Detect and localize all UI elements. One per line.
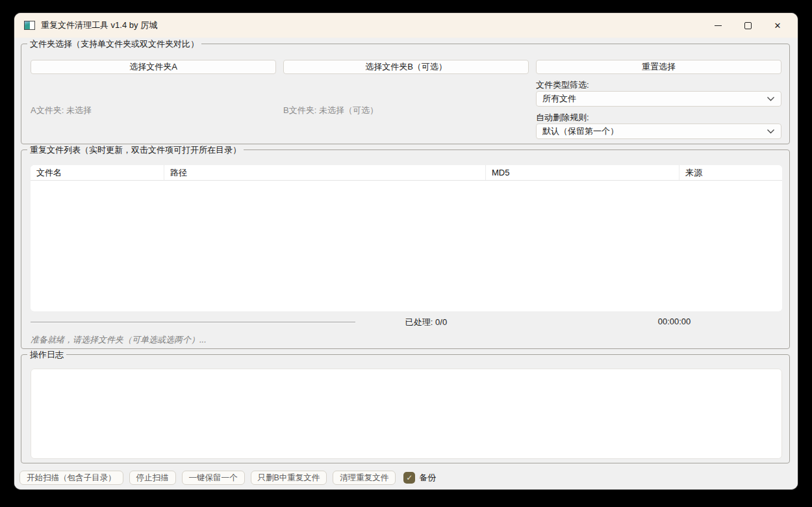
duplicate-list-label: 重复文件列表（实时更新，双击文件项可打开所在目录） <box>27 144 244 156</box>
select-folder-b-button[interactable]: 选择文件夹B（可选） <box>283 60 529 74</box>
file-type-filter-select[interactable]: 所有文件 <box>536 91 781 107</box>
column-header-md5[interactable]: MD5 <box>486 165 679 180</box>
backup-checkbox[interactable]: ✓ <box>403 472 415 484</box>
log-textarea[interactable] <box>31 369 782 459</box>
app-icon <box>24 21 35 30</box>
duplicate-list-group: 重复文件列表（实时更新，双击文件项可打开所在目录） 文件名 路径 MD5 来源 … <box>21 150 790 349</box>
start-scan-button[interactable]: 开始扫描（包含子目录） <box>19 471 123 485</box>
operation-log-group: 操作日志 <box>21 354 790 463</box>
operation-log-label: 操作日志 <box>27 349 66 361</box>
auto-delete-rule-value: 默认（保留第一个） <box>542 125 618 137</box>
file-type-filter-label: 文件类型筛选: <box>536 79 589 91</box>
select-folder-a-button[interactable]: 选择文件夹A <box>31 60 276 74</box>
action-bar: 开始扫描（包含子目录） 停止扫描 一键保留一个 只删B中重复文件 清理重复文件 … <box>19 470 436 486</box>
close-button[interactable]: ✕ <box>763 13 793 38</box>
file-table: 文件名 路径 MD5 来源 <box>31 165 782 311</box>
folder-b-status: B文件夹: 未选择（可选） <box>283 105 378 116</box>
folder-selection-group: 文件夹选择（支持单文件夹或双文件夹对比） 选择文件夹A 选择文件夹B（可选） 重… <box>21 44 790 144</box>
stop-scan-button[interactable]: 停止扫描 <box>129 471 176 485</box>
processed-count: 已处理: 0/0 <box>384 317 468 328</box>
clean-duplicates-button[interactable]: 清理重复文件 <box>333 471 396 485</box>
maximize-icon <box>744 22 752 29</box>
minimize-icon <box>715 25 722 26</box>
close-icon: ✕ <box>774 21 781 31</box>
file-table-header[interactable]: 文件名 路径 MD5 来源 <box>31 165 782 181</box>
elapsed-time: 00:00:00 <box>632 317 717 326</box>
checkmark-icon: ✓ <box>406 474 412 482</box>
maximize-button[interactable] <box>733 13 763 38</box>
window-body: 文件夹选择（支持单文件夹或双文件夹对比） 选择文件夹A 选择文件夹B（可选） 重… <box>14 38 798 489</box>
column-header-source[interactable]: 来源 <box>679 165 782 180</box>
file-type-filter-value: 所有文件 <box>542 93 576 105</box>
minimize-button[interactable] <box>703 13 733 38</box>
delete-b-duplicates-button[interactable]: 只删B中重复文件 <box>251 471 327 485</box>
window-controls: ✕ <box>703 13 793 38</box>
progress-bar <box>31 322 355 323</box>
column-header-filename[interactable]: 文件名 <box>31 165 164 180</box>
file-table-body[interactable] <box>31 181 782 311</box>
titlebar[interactable]: 重复文件清理工具 v1.4 by 厉城 ✕ <box>14 13 798 38</box>
keep-one-button[interactable]: 一键保留一个 <box>182 471 245 485</box>
desktop-background: 重复文件清理工具 v1.4 by 厉城 ✕ 文件夹选择（支持单文件夹或双文件夹对… <box>0 0 812 507</box>
folder-a-status: A文件夹: 未选择 <box>31 105 92 116</box>
chevron-down-icon <box>767 96 775 101</box>
chevron-down-icon <box>767 129 775 134</box>
reset-selection-button[interactable]: 重置选择 <box>536 60 781 74</box>
status-message: 准备就绪，请选择文件夹（可单选或选两个）... <box>31 334 207 346</box>
backup-checkbox-wrap[interactable]: ✓ 备份 <box>403 472 436 484</box>
folder-group-label: 文件夹选择（支持单文件夹或双文件夹对比） <box>27 38 201 50</box>
window-title: 重复文件清理工具 v1.4 by 厉城 <box>41 20 157 31</box>
app-window: 重复文件清理工具 v1.4 by 厉城 ✕ 文件夹选择（支持单文件夹或双文件夹对… <box>14 13 798 489</box>
backup-checkbox-label: 备份 <box>419 472 436 484</box>
auto-delete-rule-label: 自动删除规则: <box>536 112 589 124</box>
column-header-path[interactable]: 路径 <box>164 165 486 180</box>
auto-delete-rule-select[interactable]: 默认（保留第一个） <box>536 124 781 139</box>
